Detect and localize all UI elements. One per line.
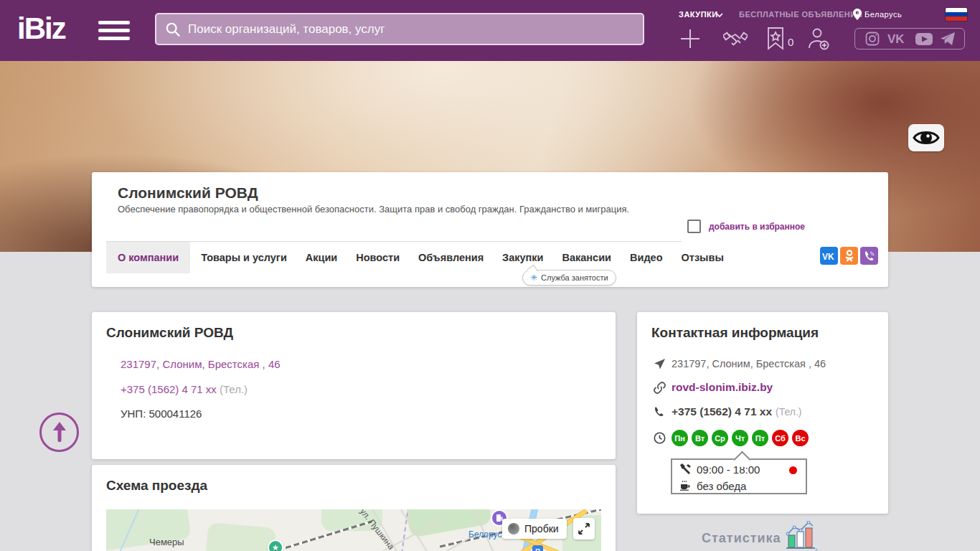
coffee-cup-icon bbox=[679, 480, 691, 491]
contact-phone[interactable]: +375 (1562) 4 71 хх bbox=[672, 405, 772, 418]
link-icon bbox=[654, 382, 666, 394]
map-star-marker[interactable]: ★ bbox=[268, 540, 283, 551]
map-label-station: Белорус bbox=[468, 529, 501, 540]
day-friday[interactable]: Пт bbox=[752, 430, 768, 446]
day-wednesday[interactable]: Ср bbox=[712, 430, 728, 446]
vk-share-button[interactable]: VK bbox=[820, 247, 838, 265]
arrow-up-icon bbox=[52, 422, 67, 443]
favorites-count: 0 bbox=[788, 36, 793, 48]
day-monday[interactable]: Пн bbox=[672, 430, 688, 446]
company-header-card: Слонимский РОВД Обеспечение правопорядка… bbox=[92, 172, 888, 287]
contact-address: 231797, Слоним, Брестская , 46 bbox=[672, 358, 826, 369]
language-flag-ru[interactable] bbox=[946, 8, 967, 21]
tab-products[interactable]: Товары и услуги bbox=[193, 242, 295, 273]
phone-type-note: (Тел.) bbox=[776, 406, 801, 418]
odnoklassniki-icon bbox=[844, 250, 854, 263]
company-unp: УНП: 500041126 bbox=[121, 408, 202, 420]
working-hours-tooltip: 09:00 - 18:00 без обеда bbox=[671, 458, 807, 494]
navigation-arrow-icon bbox=[654, 359, 665, 369]
company-phone-link[interactable]: +375 (1562) 4 71 хх bbox=[121, 383, 217, 395]
employment-service-label: Служба занятости bbox=[541, 273, 608, 282]
partnership-handshake-icon[interactable] bbox=[723, 27, 748, 50]
tab-zakupki[interactable]: Закупки bbox=[494, 242, 551, 273]
add-favorite-checkbox[interactable] bbox=[687, 220, 701, 233]
tab-promos[interactable]: Акции bbox=[298, 242, 345, 273]
svg-text:VK: VK bbox=[887, 33, 905, 45]
viber-icon bbox=[864, 250, 875, 262]
star-glyph: ★ bbox=[272, 543, 279, 551]
traffic-toggle-label: Пробки bbox=[524, 523, 559, 534]
map-card-title: Схема проезда bbox=[106, 478, 207, 494]
work-tools-icon bbox=[679, 463, 692, 474]
clock-icon bbox=[654, 432, 666, 444]
social-links-bar: VK bbox=[854, 28, 965, 50]
viber-share-button[interactable] bbox=[860, 247, 878, 265]
free-ads-link[interactable]: БЕСПЛАТНЫЕ ОБЪЯВЛЕНИЯ bbox=[739, 10, 862, 19]
contact-card-title: Контактная информация bbox=[651, 325, 819, 341]
accessibility-eye-button[interactable] bbox=[908, 124, 944, 151]
statistics-title: Статистика bbox=[702, 531, 781, 546]
country-selector[interactable]: Беларусь bbox=[864, 10, 902, 19]
day-thursday[interactable]: Чт bbox=[732, 430, 748, 446]
scroll-to-top-button[interactable] bbox=[39, 413, 79, 452]
statistics-chart-icon bbox=[784, 521, 820, 551]
add-favorite-label[interactable]: добавить в избранное bbox=[709, 222, 805, 232]
vk-icon: VK bbox=[822, 252, 836, 260]
tab-ads[interactable]: Объявления bbox=[410, 242, 491, 273]
zakupki-menu[interactable]: ЗАКУПКИ bbox=[679, 10, 718, 19]
company-info-card: Слонимский РОВД 231797, Слоним, Брестска… bbox=[92, 312, 616, 459]
company-website-link[interactable]: rovd-slonim.ibiz.by bbox=[672, 381, 773, 394]
directions-card: Схема проезда Чемеры ул. Пушкина Белорус… bbox=[92, 465, 616, 551]
map-transit-marker[interactable]: П bbox=[532, 545, 543, 551]
search-icon bbox=[165, 22, 181, 37]
tab-video[interactable]: Видео bbox=[622, 242, 671, 273]
location-pin-icon bbox=[853, 9, 862, 20]
map-fullscreen-button[interactable] bbox=[573, 518, 595, 540]
day-saturday[interactable]: Сб bbox=[772, 430, 788, 446]
spark-icon: ✳ bbox=[530, 273, 537, 283]
company-description: Обеспечение правопорядка и общественной … bbox=[118, 204, 629, 215]
traffic-toggle-icon bbox=[508, 523, 519, 534]
working-hours: 09:00 - 18:00 bbox=[697, 463, 760, 476]
map-canvas[interactable]: Чемеры ул. Пушкина Белорус ★ П Пробки bbox=[106, 509, 601, 551]
header: iBiz ЗАКУПКИ БЕСПЛАТНЫЕ ОБЪЯВЛЕНИЯ Белар… bbox=[0, 0, 980, 61]
search-input[interactable] bbox=[188, 22, 634, 37]
chevron-down-icon bbox=[716, 12, 723, 18]
tab-vacancies[interactable]: Вакансии bbox=[555, 242, 620, 273]
traffic-toggle-button[interactable]: Пробки bbox=[502, 519, 567, 539]
phone-type-note: (Тел.) bbox=[220, 383, 248, 395]
tab-reviews[interactable]: Отзывы bbox=[674, 242, 732, 273]
transit-glyph: П bbox=[535, 547, 540, 551]
add-company-icon[interactable] bbox=[679, 27, 702, 50]
favorites-bookmark-icon[interactable] bbox=[766, 27, 785, 50]
map-label-settlement: Чемеры bbox=[149, 537, 184, 547]
page: iBiz ЗАКУПКИ БЕСПЛАТНЫЕ ОБЪЯВЛЕНИЯ Белар… bbox=[0, 0, 980, 551]
header-action-icons: 0 VK bbox=[673, 27, 974, 52]
day-tuesday[interactable]: Вт bbox=[692, 430, 708, 446]
info-card-title: Слонимский РОВД bbox=[106, 325, 233, 341]
telegram-icon[interactable] bbox=[941, 32, 955, 45]
vk-icon[interactable]: VK bbox=[887, 33, 908, 45]
expand-icon bbox=[578, 523, 590, 534]
company-address-link[interactable]: 231797, Слоним, Брестская , 46 bbox=[121, 358, 281, 370]
search-bar bbox=[155, 13, 644, 45]
menu-icon[interactable] bbox=[98, 21, 130, 40]
eye-icon bbox=[913, 128, 940, 147]
phone-icon bbox=[654, 406, 665, 418]
lunch-info: без обеда bbox=[697, 480, 746, 492]
contact-info-card: Контактная информация 231797, Слоним, Бр… bbox=[637, 312, 888, 514]
day-sunday[interactable]: Вс bbox=[792, 430, 809, 446]
ok-share-button[interactable] bbox=[840, 247, 858, 265]
instagram-icon[interactable] bbox=[865, 32, 880, 46]
tab-about[interactable]: О компании bbox=[106, 242, 190, 273]
company-tabs: О компании Товары и услуги Акции Новости… bbox=[106, 242, 735, 273]
employment-service-badge[interactable]: ✳ Служба занятости bbox=[522, 270, 616, 286]
company-name: Слонимский РОВД bbox=[118, 184, 258, 202]
youtube-icon[interactable] bbox=[915, 33, 933, 45]
tab-news[interactable]: Новости bbox=[348, 242, 407, 273]
logo[interactable]: iBiz bbox=[17, 11, 65, 46]
status-closed-dot bbox=[789, 466, 797, 474]
register-user-icon[interactable] bbox=[806, 27, 831, 50]
svg-text:VK: VK bbox=[822, 252, 834, 260]
share-buttons: VK bbox=[820, 247, 878, 265]
